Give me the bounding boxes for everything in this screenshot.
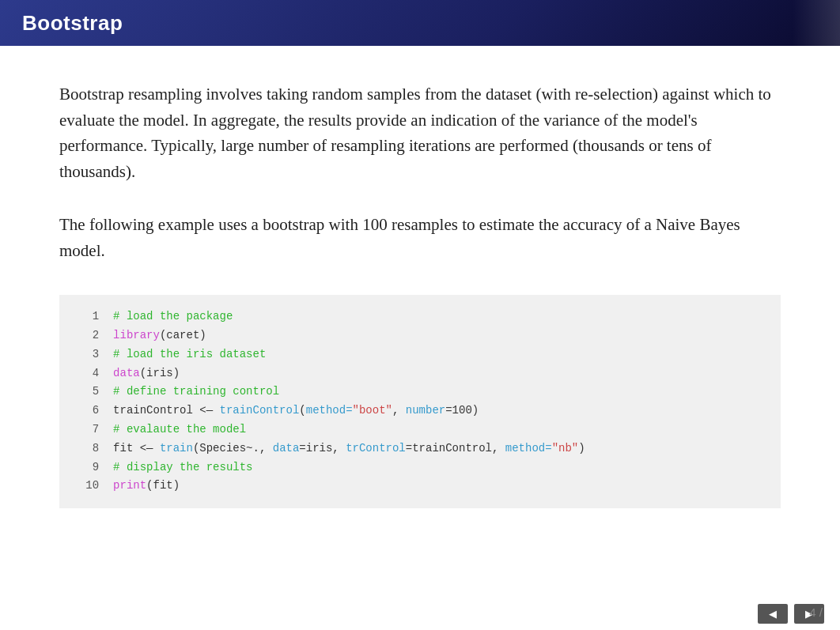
line-num-3: 3 (75, 345, 113, 364)
line-num-2: 2 (75, 326, 113, 345)
code-line-4: 4 data(iris) (75, 364, 765, 383)
example-paragraph: The following example uses a bootstrap w… (59, 212, 781, 263)
code-line-10: 10 print(fit) (75, 477, 765, 496)
code-block: 1 # load the package 2 library(caret) 3 … (59, 295, 781, 508)
line-code-3: # load the iris dataset (113, 345, 765, 364)
bottom-bar: ◀ ▶ (0, 597, 840, 630)
code-line-6: 6 trainControl <— trainControl(method="b… (75, 402, 765, 421)
line-num-1: 1 (75, 307, 113, 326)
line-code-4: data(iris) (113, 364, 765, 383)
header-title: Bootstrap (22, 11, 123, 36)
code-line-5: 5 # define training control (75, 383, 765, 402)
line-num-5: 5 (75, 383, 113, 402)
line-code-7: # evalaute the model (113, 421, 765, 439)
slide-content: Bootstrap resampling involves taking ran… (0, 46, 840, 630)
intro-paragraph: Bootstrap resampling involves taking ran… (59, 81, 781, 184)
code-line-7: 7 # evalaute the model (75, 421, 765, 439)
code-line-3: 3 # load the iris dataset (75, 345, 765, 364)
code-table: 1 # load the package 2 library(caret) 3 … (75, 307, 765, 496)
code-line-2: 2 library(caret) (75, 326, 765, 345)
line-num-10: 10 (75, 477, 113, 496)
line-num-4: 4 (75, 364, 113, 383)
line-code-6: trainControl <— trainControl(method="boo… (113, 402, 765, 421)
line-code-1: # load the package (113, 307, 765, 326)
line-num-8: 8 (75, 439, 113, 458)
code-line-9: 9 # display the results (75, 458, 765, 477)
line-code-5: # define training control (113, 383, 765, 402)
slide-number: 4 / (809, 605, 823, 619)
slide: Bootstrap Bootstrap resampling involves … (0, 0, 840, 630)
code-line-8: 8 fit <— train(Species~., data=iris, trC… (75, 439, 765, 458)
line-num-6: 6 (75, 402, 113, 421)
line-code-2: library(caret) (113, 326, 765, 345)
line-code-8: fit <— train(Species~., data=iris, trCon… (113, 439, 765, 458)
line-code-9: # display the results (113, 458, 765, 477)
prev-button[interactable]: ◀ (758, 604, 788, 624)
line-code-10: print(fit) (113, 477, 765, 496)
line-num-7: 7 (75, 421, 113, 439)
code-line-1: 1 # load the package (75, 307, 765, 326)
slide-header: Bootstrap (0, 0, 840, 46)
line-num-9: 9 (75, 458, 113, 477)
